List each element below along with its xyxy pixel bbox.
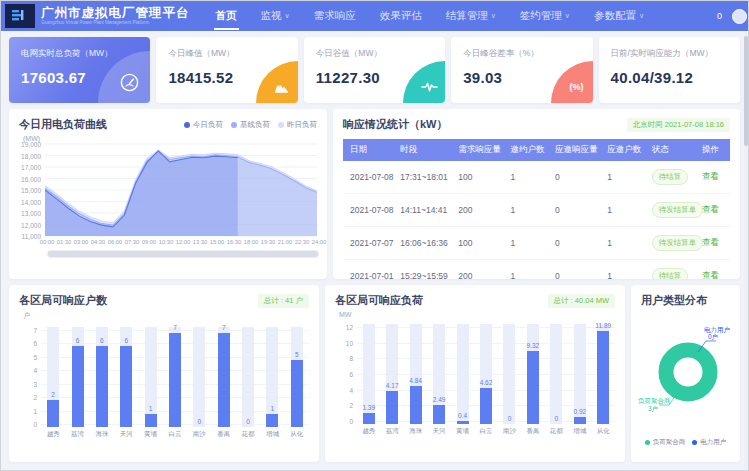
table-cell: 15:29~15:59 (393, 260, 451, 280)
bar (72, 346, 84, 427)
bar-value-label: 6 (124, 337, 128, 344)
load-capacity-title: 各区局可响应负荷 (335, 293, 423, 308)
kpi-label: 日前/实时响应能力（MW） (611, 48, 728, 60)
legend-dot-icon (231, 122, 237, 128)
bar-value-label: 0 (555, 415, 559, 422)
load-capacity-total-badge: 总计 : 40.04 MW (548, 294, 615, 308)
bar (410, 386, 422, 424)
x-tick-label: 06:00 (108, 239, 123, 245)
nav-item-4[interactable]: 结算管理∨ (434, 1, 508, 31)
legend-dot-icon (278, 122, 284, 128)
x-axis-labels: 越秀荔湾海珠天河黄埔白云南沙番禺花都增城从化 (357, 427, 615, 436)
y-tick-label: 1 (33, 407, 37, 414)
y-tick-label: 0 (33, 421, 37, 428)
kpi-card-0: 电网实时总负荷（MW）17603.67 (9, 37, 150, 103)
nav-item-3[interactable]: 效果评估 (368, 1, 434, 31)
bar-value-label: 11.89 (595, 322, 611, 329)
legend-dot-icon (645, 440, 650, 445)
x-tick-label: 13:30 (193, 239, 208, 245)
bar (145, 414, 157, 427)
notification-count[interactable]: 0 (717, 11, 722, 21)
bar-value-label: 6 (100, 337, 104, 344)
load-curve-legend: 今日负荷基线负荷昨日负荷 (184, 120, 317, 130)
user-type-title: 用户类型分布 (641, 293, 730, 308)
y-axis-labels: 121086420 (335, 324, 357, 436)
legend-item[interactable]: 电力用户 (692, 438, 726, 447)
category-label: 海珠 (90, 430, 114, 439)
legend-label: 今日负荷 (193, 120, 223, 130)
app-title-block: 广州市虚拟电厂管理平台 Guangzhou Virtual Power Plan… (41, 7, 190, 26)
x-tick-label: 09:00 (142, 239, 157, 245)
load-curve-panel: 今日用电负荷曲线 今日负荷基线负荷昨日负荷 (MW) 19,00018,0001… (9, 109, 327, 279)
chevron-down-icon: ∨ (491, 12, 496, 20)
bar-value-label: 4.62 (480, 379, 493, 386)
category-label: 荔湾 (65, 430, 89, 439)
svg-text:负荷聚合商: 负荷聚合商 (638, 397, 671, 405)
bar (457, 421, 469, 424)
legend-item[interactable]: 昨日负荷 (278, 120, 317, 130)
nav-item-label: 首页 (216, 9, 237, 23)
bar (291, 360, 303, 427)
kpi-card-2: 今日谷值（MW）11227.30 (304, 37, 445, 103)
bar-value-label: 0.92 (573, 408, 586, 415)
y-axis-unit: (MW) (23, 135, 317, 142)
view-link[interactable]: 查看 (702, 204, 719, 214)
legend-item[interactable]: 今日负荷 (184, 120, 223, 130)
bar-column: 4.84 (404, 324, 427, 424)
nav-item-5[interactable]: 签约管理∨ (508, 1, 582, 31)
view-link[interactable]: 查看 (702, 237, 719, 247)
table-cell: 1 (504, 260, 549, 280)
nav-item-0[interactable]: 首页 (204, 1, 249, 31)
bar-value-label: 4.84 (409, 377, 422, 384)
category-label: 越秀 (357, 427, 380, 436)
category-label: 天河 (427, 427, 450, 436)
y-tick-label: 18,000 (21, 152, 41, 159)
bar-value-label: 0 (198, 418, 202, 425)
table-header-cell: 邀约户数 (504, 139, 549, 161)
category-label: 越秀 (41, 430, 65, 439)
y-tick-label: 10 (346, 339, 353, 346)
status-badge: 待结算 (652, 169, 689, 185)
y-tick-label: 17,000 (21, 164, 41, 171)
scrollbar-thumb[interactable] (744, 36, 748, 146)
bar-track (266, 327, 278, 427)
kpi-card-1: 今日峰值（MW）18415.52 (156, 37, 297, 103)
table-row: 2021-07-0115:29~15:59200101待结算查看 (343, 260, 730, 280)
view-link[interactable]: 查看 (702, 171, 719, 181)
datazoom-slider[interactable] (47, 250, 319, 258)
bar-column: 2 (41, 327, 65, 427)
scrollbar-track[interactable] (744, 32, 748, 470)
category-label: 南沙 (187, 430, 211, 439)
bar-value-label: 1 (271, 405, 275, 412)
kpi-label: 今日峰谷差率（%） (463, 48, 580, 60)
x-tick-label: 21:00 (278, 239, 293, 245)
nav-item-label: 监视 (261, 9, 282, 23)
chevron-down-icon: ∨ (285, 12, 290, 20)
x-tick-label: 04:30 (91, 239, 106, 245)
bar-value-label: 5 (295, 351, 299, 358)
x-tick-label: 01:30 (57, 239, 72, 245)
nav-item-6[interactable]: 参数配置∨ (582, 1, 656, 31)
user-avatar[interactable] (732, 9, 747, 24)
legend-label: 基线负荷 (240, 120, 270, 130)
category-label: 黄埔 (451, 427, 474, 436)
nav-item-2[interactable]: 需求响应 (302, 1, 368, 31)
bar-column: 1.39 (357, 324, 380, 424)
category-label: 天河 (114, 430, 138, 439)
bar-value-label: 2 (51, 391, 55, 398)
nav-item-1[interactable]: 监视∨ (249, 1, 302, 31)
user-type-legend: 负荷聚合商电力用户 (645, 438, 727, 447)
table-cell: 1 (600, 227, 645, 260)
legend-dot-icon (184, 122, 190, 128)
category-label: 花都 (545, 427, 568, 436)
legend-item[interactable]: 负荷聚合商 (645, 438, 686, 447)
y-axis-labels: 19,00018,00017,00016,00015,00014,00013,0… (19, 143, 45, 237)
table-cell: 0 (548, 194, 600, 227)
user-type-donut-chart: 电力用户0户负荷聚合商3户 (636, 308, 736, 434)
legend-label: 负荷聚合商 (653, 438, 686, 447)
legend-item[interactable]: 基线负荷 (231, 120, 270, 130)
response-table-panel: 响应情况统计（kW） 北京时间 2021-07-08 18:16 日期时段需求响… (333, 109, 740, 279)
beijing-time-badge: 北京时间 2021-07-08 18:16 (627, 118, 730, 132)
bar-value-label: 4.17 (386, 382, 399, 389)
view-link[interactable]: 查看 (702, 270, 719, 279)
